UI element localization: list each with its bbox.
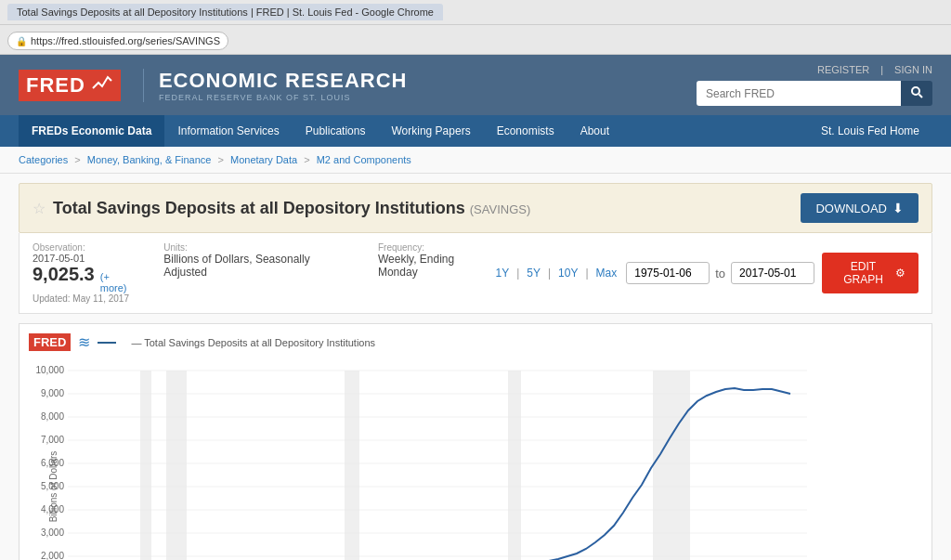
download-icon: ⬇ (892, 201, 904, 215)
date-to-input[interactable] (731, 262, 814, 284)
econ-research-block: ECONOMIC RESEARCH FEDERAL RESERVE BANK O… (143, 69, 408, 102)
chart-ticker: (SAVINGS) (470, 202, 531, 216)
observation-value: 9,025.3 (33, 264, 95, 285)
signin-link[interactable]: SIGN IN (894, 64, 932, 75)
observation-label: Observation: (33, 242, 136, 253)
edit-label: EDIT GRAPH (835, 260, 892, 286)
frequency-value: Weekly, Ending Monday (378, 253, 494, 279)
breadcrumb-m2[interactable]: M2 and Components (317, 154, 411, 165)
series-line-indicator (98, 342, 116, 344)
units-label: Units: (163, 242, 350, 253)
download-label: DOWNLOAD (815, 202, 887, 215)
date-from-input[interactable] (626, 262, 710, 284)
nav-item-working-papers[interactable]: Working Papers (378, 115, 483, 147)
time-filters: 1Y | 5Y | 10Y | Max (493, 265, 619, 281)
divider: | (880, 64, 883, 75)
breadcrumb-banking[interactable]: Money, Banking, & Finance (87, 154, 212, 165)
register-link[interactable]: REGISTER (817, 64, 869, 75)
chart-svg: 10,000 9,000 8,000 7,000 6,000 5,000 4,0… (29, 357, 809, 560)
site-header: FRED ECONOMIC RESEARCH FEDERAL RESERVE B… (0, 55, 951, 115)
svg-text:2,000: 2,000 (41, 551, 64, 560)
svg-text:3,000: 3,000 (41, 527, 64, 538)
nav-item-about[interactable]: About (567, 115, 622, 147)
nav-right: St. Louis Fed Home (808, 115, 932, 147)
main-content: ☆ Total Savings Deposits at all Deposito… (0, 174, 951, 560)
svg-rect-25 (140, 371, 151, 560)
header-links: REGISTER | SIGN IN (817, 64, 932, 75)
econ-title: ECONOMIC RESEARCH (159, 69, 408, 93)
url-text: https://fred.stlouisfed.org/series/SAVIN… (31, 35, 220, 46)
units-value: Billions of Dollars, Seasonally Adjusted (163, 253, 350, 279)
meta-right: 1Y | 5Y | 10Y | Max to EDIT GRAPH ⚙ (493, 253, 918, 293)
svg-rect-28 (508, 371, 521, 560)
edit-graph-button[interactable]: EDIT GRAPH ⚙ (822, 253, 918, 293)
chart-series-label: — Total Savings Deposits at all Deposito… (131, 337, 375, 348)
frequency-item: Frequency: Weekly, Ending Monday (378, 242, 494, 304)
meta-row: Observation: 2017-05-01 9,025.3 (+ more)… (19, 233, 932, 314)
meta-left: Observation: 2017-05-01 9,025.3 (+ more)… (33, 242, 493, 304)
browser-title-bar: Total Savings Deposits at all Depository… (0, 0, 951, 25)
breadcrumb-sep-3: > (304, 154, 312, 165)
chart-header: FRED ≋ — Total Savings Deposits at all D… (29, 333, 922, 351)
observation-item: Observation: 2017-05-01 9,025.3 (+ more)… (33, 242, 136, 304)
filter-max[interactable]: Max (594, 265, 619, 281)
secure-icon: 🔒 (16, 36, 27, 46)
search-button[interactable] (901, 81, 932, 106)
favorite-star-icon[interactable]: ☆ (33, 200, 46, 217)
nav-item-fred-data[interactable]: FREDs Economic Data (19, 115, 164, 147)
search-box (697, 81, 932, 106)
breadcrumb-sep-1: > (74, 154, 83, 165)
download-button[interactable]: DOWNLOAD ⬇ (801, 193, 918, 223)
observation-date: 2017-05-01 (33, 253, 136, 264)
nav-item-economists[interactable]: Economists (484, 115, 567, 147)
fred-logo-box: FRED (19, 70, 121, 101)
tab-title: Total Savings Deposits at all Depository… (7, 4, 443, 20)
svg-text:9,000: 9,000 (41, 388, 64, 398)
svg-text:8,000: 8,000 (41, 411, 64, 422)
header-right: REGISTER | SIGN IN (697, 64, 932, 106)
filter-5y[interactable]: 5Y (525, 265, 542, 281)
svg-line-1 (919, 95, 923, 98)
frequency-label: Frequency: (378, 242, 494, 253)
title-row: ☆ Total Savings Deposits at all Deposito… (19, 183, 932, 233)
breadcrumb-sep-2: > (218, 154, 227, 165)
search-input[interactable] (697, 81, 901, 106)
chart-title: Total Savings Deposits at all Depository… (53, 199, 530, 218)
svg-rect-29 (653, 371, 690, 560)
stlouis-fed-link[interactable]: St. Louis Fed Home (808, 115, 932, 147)
fred-small-logo: FRED (29, 333, 71, 351)
edit-icon: ⚙ (895, 267, 905, 280)
fred-logo: FRED ECONOMIC RESEARCH FEDERAL RESERVE B… (19, 69, 407, 102)
date-range: to (626, 262, 814, 284)
svg-text:7,000: 7,000 (41, 435, 64, 445)
nav-left: FREDs Economic Data Information Services… (19, 115, 622, 147)
nav-bar: FREDs Economic Data Information Services… (0, 115, 951, 147)
chart-title-text: Total Savings Deposits at all Depository… (53, 199, 465, 217)
econ-subtitle: FEDERAL RESERVE BANK OF ST. LOUIS (159, 93, 408, 102)
fred-wave-icon: ≋ (78, 333, 90, 351)
svg-rect-27 (345, 371, 359, 560)
svg-text:10,000: 10,000 (35, 365, 64, 375)
address-bar[interactable]: 🔒 https://fred.stlouisfed.org/series/SAV… (7, 32, 228, 50)
filter-1y[interactable]: 1Y (493, 265, 511, 281)
breadcrumb: Categories > Money, Banking, & Finance >… (0, 147, 951, 174)
chart-svg-container: 10,000 9,000 8,000 7,000 6,000 5,000 4,0… (29, 357, 922, 560)
breadcrumb-categories[interactable]: Categories (19, 154, 68, 165)
svg-point-0 (912, 87, 919, 95)
units-item: Units: Billions of Dollars, Seasonally A… (163, 242, 350, 304)
svg-rect-26 (166, 371, 187, 560)
breadcrumb-monetary[interactable]: Monetary Data (230, 154, 297, 165)
updated-text: Updated: May 11, 2017 (33, 293, 136, 304)
fred-text: FRED (26, 73, 85, 98)
observation-more[interactable]: (+ more) (100, 271, 137, 293)
svg-text:Billions of Dollars: Billions of Dollars (48, 451, 59, 523)
date-separator: to (715, 267, 725, 280)
title-left: ☆ Total Savings Deposits at all Deposito… (33, 199, 530, 218)
chart-area: FRED ≋ — Total Savings Deposits at all D… (19, 323, 932, 560)
nav-item-info-services[interactable]: Information Services (164, 115, 292, 147)
chart-icon (91, 73, 113, 98)
nav-item-publications[interactable]: Publications (293, 115, 379, 147)
filter-10y[interactable]: 10Y (556, 265, 580, 281)
